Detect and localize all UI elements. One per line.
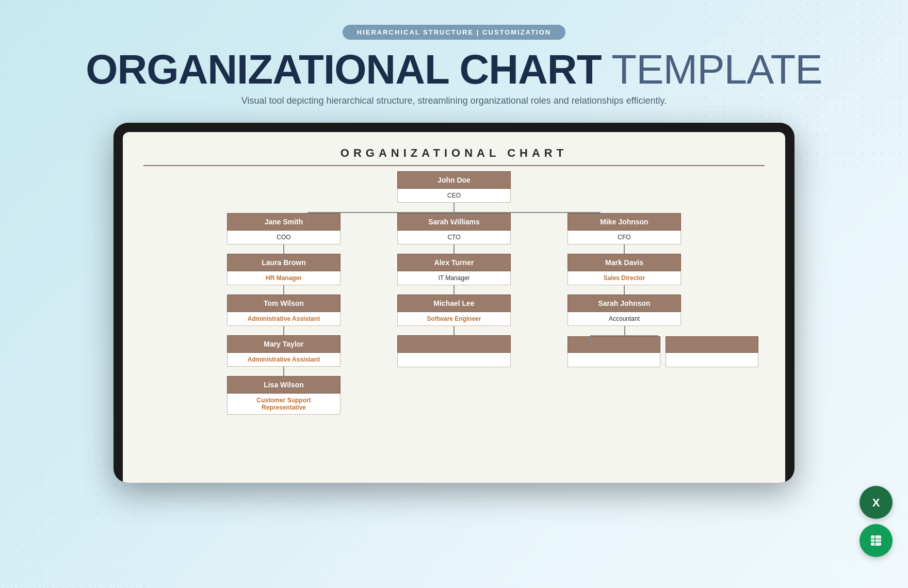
tom-name: Tom Wilson <box>227 295 340 312</box>
l4e2-role <box>666 353 758 367</box>
coo-section: Jane Smith COO Laura Brown HR Manager To… <box>212 213 356 415</box>
coo-role: COO <box>227 231 340 244</box>
ceo-node: John Doe CEO <box>397 171 511 203</box>
l4e1-role <box>568 353 660 367</box>
mary-name: Mary Taylor <box>227 335 340 353</box>
svg-rect-3 <box>871 535 881 546</box>
sarahj-role: Accountant <box>568 312 681 326</box>
vline <box>283 285 284 295</box>
l3-sarahj-node: Sarah Johnson Accountant <box>568 295 681 326</box>
org-chart: John Doe CEO Jane Smith <box>143 171 765 415</box>
laura-name: Laura Brown <box>227 254 340 271</box>
l3-alex-node: Alex Turner IT Manager <box>397 254 511 285</box>
vline2 <box>283 326 284 335</box>
l3-mary-node: Mary Taylor Administrative Assistant <box>227 335 340 367</box>
vline4 <box>453 285 455 295</box>
empty-name-cto <box>397 335 511 353</box>
alex-name: Alex Turner <box>397 254 511 271</box>
michael-role: Software Engineer <box>397 312 511 326</box>
svg-text:X: X <box>872 496 880 509</box>
cfo-name: Mike Johnson <box>568 213 681 231</box>
cfo-section: Mike Johnson CFO Mark Davis Sales Direct… <box>552 213 696 415</box>
coo-name: Jane Smith <box>227 213 340 231</box>
l3-michael-node: Michael Lee Software Engineer <box>397 295 511 326</box>
app-icons: X <box>860 486 893 557</box>
chart-title: ORGANIZATIONAL CHART <box>143 146 765 166</box>
subtitle: Visual tool depicting hierarchical struc… <box>0 95 908 106</box>
michael-name: Michael Lee <box>397 295 511 312</box>
header: HIERARCHICAL STRUCTURE | CUSTOMIZATION O… <box>0 0 908 106</box>
ceo-row: John Doe CEO <box>397 171 511 203</box>
device-screen: ORGANIZATIONAL CHART John Doe CEO <box>123 132 785 483</box>
vline5 <box>453 326 455 335</box>
vline6 <box>624 285 625 295</box>
cfo-node: Mike Johnson CFO <box>568 213 681 244</box>
l2-row: Jane Smith COO Laura Brown HR Manager To… <box>212 213 696 415</box>
cfo-role: CFO <box>568 231 681 244</box>
l4-empty1-node <box>568 336 660 367</box>
sheets-icon[interactable] <box>860 524 893 557</box>
cto-section: Sarah Williams CTO Alex Turner IT Manage… <box>382 213 526 415</box>
laura-role: HR Manager <box>227 271 340 285</box>
l4e1-name <box>568 336 660 353</box>
mark-name: Mark Davis <box>568 254 681 271</box>
alex-role: IT Manager <box>397 271 511 285</box>
badge: HIERARCHICAL STRUCTURE | CUSTOMIZATION <box>343 25 565 40</box>
vline3 <box>283 367 284 376</box>
l4e2-name <box>666 336 758 353</box>
device-frame: ORGANIZATIONAL CHART John Doe CEO <box>113 123 794 483</box>
coo-node: Jane Smith COO <box>227 213 340 244</box>
l3-mark-node: Mark Davis Sales Director <box>568 254 681 285</box>
mary-role: Administrative Assistant <box>227 353 340 367</box>
cfo-branch-connector <box>568 326 681 336</box>
l3-tom-node: Tom Wilson Administrative Assistant <box>227 295 340 326</box>
l3-laura-node: Laura Brown HR Manager <box>227 254 340 285</box>
lisa-name: Lisa Wilson <box>227 376 340 394</box>
sarahj-name: Sarah Johnson <box>568 295 681 312</box>
empty-role-cto <box>397 353 511 367</box>
l3-empty-cto-node <box>397 335 511 367</box>
excel-icon[interactable]: X <box>860 486 893 519</box>
title-light: TEMPLATE <box>602 46 822 92</box>
main-title: ORGANIZATIONAL CHART TEMPLATE <box>0 49 908 90</box>
cfo-l4-row <box>568 336 681 367</box>
cfo-vline <box>624 244 625 254</box>
cto-role: CTO <box>397 231 511 244</box>
ceo-name: John Doe <box>397 171 511 189</box>
lisa-role: Customer Support Representative <box>227 394 340 415</box>
title-bold: ORGANIZATIONAL CHART <box>86 46 601 92</box>
coo-vline <box>283 244 284 254</box>
ceo-l2-connector <box>232 203 676 213</box>
mark-role: Sales Director <box>568 271 681 285</box>
ceo-role: CEO <box>397 189 511 203</box>
l3-lisa-node: Lisa Wilson Customer Support Representat… <box>227 376 340 415</box>
cto-vline <box>453 244 455 254</box>
l4-empty2-node <box>666 336 758 367</box>
tom-role: Administrative Assistant <box>227 312 340 326</box>
